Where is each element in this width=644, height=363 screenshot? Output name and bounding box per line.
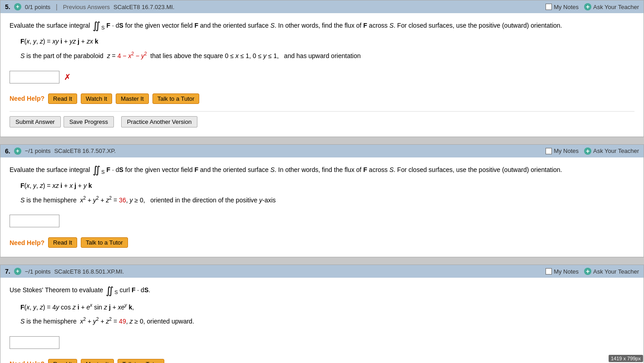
ask-teacher-label-6[interactable]: Ask Your Teacher: [593, 147, 639, 154]
save-progress-btn-5[interactable]: Save Progress: [64, 116, 114, 128]
question-7-header: 7. + −/1 points SCalcET8 16.8.501.XP.MI.…: [0, 265, 644, 278]
ask-teacher-area-5: + Ask Your Teacher: [584, 3, 639, 10]
points-text-6: −/1 points: [25, 147, 51, 154]
need-help-label-7: Need Help?: [10, 360, 44, 363]
surface-desc-7: S is the hemisphere x2 + y2 + z2 = 49, z…: [20, 315, 634, 327]
question-5-text: Evaluate the surface integral ∬S F · dS …: [10, 20, 634, 32]
need-help-label-6: Need Help?: [10, 239, 44, 246]
surface-desc-6: S is the hemisphere x2 + y2 + z2 = 36, y…: [20, 194, 634, 206]
integral-expr-7: curl F · dS.: [119, 286, 150, 294]
my-notes-checkbox-6[interactable]: [546, 148, 552, 154]
question-6-detail: for the given vector field F and the ori…: [125, 166, 562, 173]
surface-desc-5: S is the part of the paraboloid z = 4 − …: [20, 50, 634, 61]
my-notes-label-7[interactable]: My Notes: [554, 268, 579, 275]
question-6-body: Evaluate the surface integral ∬S F · dS …: [0, 157, 644, 257]
ask-teacher-label-5[interactable]: Ask Your Teacher: [593, 4, 639, 10]
integral-sub-6: S: [101, 169, 104, 174]
read-it-btn-6[interactable]: Read It: [48, 237, 77, 248]
submit-answer-btn-5[interactable]: Submit Answer: [10, 116, 61, 128]
ask-teacher-label-7[interactable]: Ask Your Teacher: [593, 268, 639, 275]
header-right-5: My Notes + Ask Your Teacher: [546, 3, 639, 10]
integral-symbol-5: ∬: [93, 21, 100, 31]
question-5-intro: Evaluate the surface integral: [10, 22, 92, 29]
master-it-btn-5[interactable]: Master It: [116, 93, 149, 104]
prev-answers-5[interactable]: Previous Answers: [63, 4, 110, 10]
points-icon-7: +: [14, 268, 21, 275]
ask-teacher-plus-5: +: [584, 3, 591, 10]
ask-teacher-plus-6: +: [584, 147, 591, 155]
question-6-header: 6. + −/1 points SCalcET8 16.7.507.XP. My…: [0, 145, 644, 157]
action-buttons-row-5: Submit Answer Save Progress Practice Ano…: [10, 111, 634, 128]
talk-to-tutor-btn-6[interactable]: Talk to a Tutor: [81, 237, 128, 248]
separator-5: |: [56, 3, 58, 10]
answer-input-5[interactable]: [10, 71, 59, 83]
question-5-header: 5. + 0/1 points | Previous Answers SCalc…: [0, 0, 644, 13]
error-mark-5: ✗: [64, 73, 71, 82]
answer-row-5: ✗: [10, 66, 634, 88]
dimension-note: 1419 x 799px: [609, 355, 643, 362]
question-7: 7. + −/1 points SCalcET8 16.8.501.XP.MI.…: [0, 265, 644, 363]
my-notes-area-7: My Notes: [546, 268, 579, 275]
field-equation-6: F(x, y, z) = xz i + x j + y k: [20, 181, 634, 191]
need-help-row-7: Need Help? Read It Master It Talk to a T…: [10, 359, 634, 363]
header-left-6: 6. + −/1 points SCalcET8 16.7.507.XP.: [5, 147, 116, 155]
field-equation-5: F(x, y, z) = xy i + yz j + zx k: [20, 36, 634, 47]
points-icon-6: +: [14, 147, 21, 155]
practice-another-btn-5[interactable]: Practice Another Version: [121, 116, 197, 128]
action-separator-5: [117, 118, 118, 125]
problem-code-7: SCalcET8 16.8.501.XP.MI.: [54, 268, 124, 275]
question-number-7: 7.: [5, 268, 10, 275]
field-equation-7: F(x, y, z) = 4y cos z i + ex sin z j + x…: [20, 301, 634, 313]
master-it-btn-7[interactable]: Master It: [81, 359, 114, 363]
question-6-intro: Evaluate the surface integral: [10, 166, 92, 173]
need-help-row-5: Need Help? Read It Watch It Master It Ta…: [10, 93, 634, 104]
integral-symbol-7: ∬: [106, 286, 113, 296]
my-notes-area-6: My Notes: [546, 147, 579, 154]
read-it-btn-5[interactable]: Read It: [48, 93, 77, 104]
question-6: 6. + −/1 points SCalcET8 16.7.507.XP. My…: [0, 144, 644, 258]
my-notes-checkbox-5[interactable]: [546, 4, 552, 10]
ask-teacher-plus-7: +: [584, 268, 591, 275]
question-5-detail: for the given vector field F and the ori…: [125, 22, 562, 29]
question-number-5: 5.: [5, 3, 10, 10]
ask-teacher-area-6: + Ask Your Teacher: [584, 147, 639, 155]
points-icon-5: +: [14, 3, 21, 10]
header-left-5: 5. + 0/1 points | Previous Answers SCalc…: [5, 3, 174, 10]
talk-to-tutor-btn-5[interactable]: Talk to a Tutor: [152, 93, 200, 104]
question-7-body: Use Stokes' Theorem to evaluate ∬S curl …: [0, 278, 644, 363]
answer-input-6[interactable]: [10, 215, 59, 227]
answer-input-7[interactable]: [10, 336, 59, 349]
points-text-5: 0/1 points: [25, 4, 50, 10]
problem-code-6: SCalcET8 16.7.507.XP.: [54, 147, 116, 154]
header-left-7: 7. + −/1 points SCalcET8 16.8.501.XP.MI.: [5, 268, 124, 275]
answer-row-7: [10, 332, 634, 353]
integral-symbol-6: ∬: [93, 165, 100, 175]
question-6-text: Evaluate the surface integral ∬S F · dS …: [10, 165, 634, 176]
points-text-7: −/1 points: [25, 268, 51, 275]
need-help-label-5: Need Help?: [10, 95, 44, 102]
answer-row-6: [10, 210, 634, 232]
header-right-6: My Notes + Ask Your Teacher: [546, 147, 639, 155]
integral-expr-6: F · dS: [107, 166, 125, 173]
header-right-7: My Notes + Ask Your Teacher: [546, 268, 639, 275]
my-notes-label-6[interactable]: My Notes: [554, 147, 579, 154]
question-5-body: Evaluate the surface integral ∬S F · dS …: [0, 13, 644, 137]
question-7-intro: Use Stokes' Theorem to evaluate: [10, 286, 105, 294]
watch-it-btn-5[interactable]: Watch It: [81, 93, 112, 104]
integral-sub-7: S: [114, 289, 118, 295]
my-notes-area-5: My Notes: [546, 4, 579, 10]
integral-expr-5: F · dS: [107, 22, 125, 29]
my-notes-label-5[interactable]: My Notes: [554, 4, 579, 10]
question-number-6: 6.: [5, 147, 10, 155]
my-notes-checkbox-7[interactable]: [546, 268, 552, 275]
talk-to-tutor-btn-7[interactable]: Talk to a Tutor: [118, 359, 165, 363]
need-help-row-6: Need Help? Read It Talk to a Tutor: [10, 237, 634, 248]
question-5: 5. + 0/1 points | Previous Answers SCalc…: [0, 0, 644, 137]
problem-code-5: SCalcET8 16.7.023.MI.: [113, 4, 174, 10]
ask-teacher-area-7: + Ask Your Teacher: [584, 268, 639, 275]
integral-sub-5: S: [101, 25, 104, 30]
read-it-btn-7[interactable]: Read It: [48, 359, 77, 363]
question-7-text: Use Stokes' Theorem to evaluate ∬S curl …: [10, 285, 634, 296]
